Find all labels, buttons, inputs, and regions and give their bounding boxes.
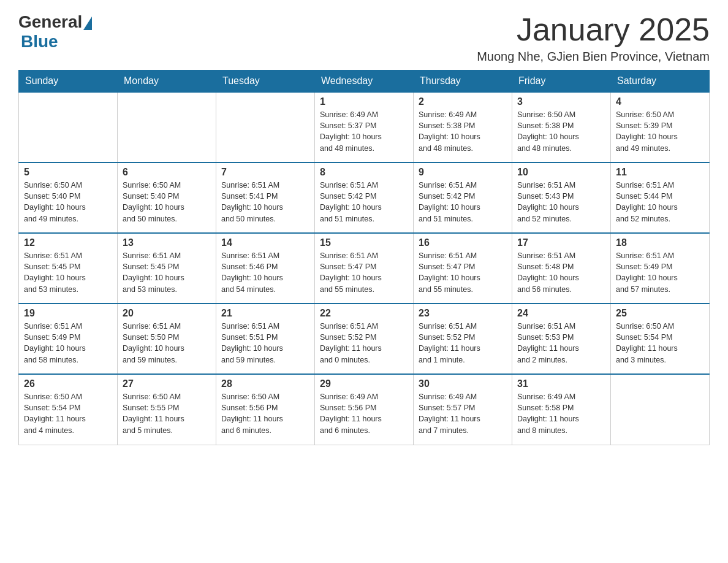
day-number: 21 (221, 308, 309, 319)
calendar-cell: 19Sunrise: 6:51 AM Sunset: 5:49 PM Dayli… (19, 304, 118, 374)
day-info: Sunrise: 6:49 AM Sunset: 5:37 PM Dayligh… (320, 109, 408, 154)
day-number: 5 (24, 167, 112, 178)
day-info: Sunrise: 6:51 AM Sunset: 5:49 PM Dayligh… (616, 250, 704, 295)
calendar-cell: 23Sunrise: 6:51 AM Sunset: 5:52 PM Dayli… (414, 304, 512, 374)
day-info: Sunrise: 6:51 AM Sunset: 5:49 PM Dayligh… (24, 321, 112, 366)
weekday-header-row: SundayMondayTuesdayWednesdayThursdayFrid… (19, 71, 710, 93)
day-number: 23 (419, 308, 507, 319)
day-info: Sunrise: 6:51 AM Sunset: 5:45 PM Dayligh… (123, 250, 211, 295)
calendar-cell: 14Sunrise: 6:51 AM Sunset: 5:46 PM Dayli… (216, 233, 315, 304)
day-number: 11 (616, 167, 704, 178)
weekday-header-monday: Monday (118, 71, 216, 93)
calendar-cell: 31Sunrise: 6:49 AM Sunset: 5:58 PM Dayli… (512, 374, 611, 445)
calendar-cell: 7Sunrise: 6:51 AM Sunset: 5:41 PM Daylig… (216, 163, 315, 233)
calendar-cell: 1Sunrise: 6:49 AM Sunset: 5:37 PM Daylig… (315, 92, 414, 163)
day-info: Sunrise: 6:49 AM Sunset: 5:38 PM Dayligh… (419, 109, 507, 154)
day-info: Sunrise: 6:50 AM Sunset: 5:54 PM Dayligh… (24, 391, 112, 436)
calendar-week-row: 26Sunrise: 6:50 AM Sunset: 5:54 PM Dayli… (19, 374, 710, 445)
day-number: 6 (123, 167, 211, 178)
calendar-cell: 2Sunrise: 6:49 AM Sunset: 5:38 PM Daylig… (414, 92, 512, 163)
calendar-cell (216, 92, 315, 163)
day-number: 27 (123, 378, 211, 389)
day-info: Sunrise: 6:49 AM Sunset: 5:57 PM Dayligh… (419, 391, 507, 436)
calendar-cell: 27Sunrise: 6:50 AM Sunset: 5:55 PM Dayli… (118, 374, 216, 445)
day-info: Sunrise: 6:50 AM Sunset: 5:40 PM Dayligh… (24, 180, 112, 224)
calendar-cell: 10Sunrise: 6:51 AM Sunset: 5:43 PM Dayli… (512, 163, 611, 233)
day-info: Sunrise: 6:51 AM Sunset: 5:50 PM Dayligh… (123, 321, 211, 366)
weekday-header-wednesday: Wednesday (315, 71, 414, 93)
calendar-cell: 25Sunrise: 6:50 AM Sunset: 5:54 PM Dayli… (611, 304, 710, 374)
day-number: 15 (320, 237, 408, 248)
day-number: 19 (24, 308, 112, 319)
logo-general-text: General (18, 12, 82, 32)
day-number: 16 (419, 237, 507, 248)
calendar-cell: 28Sunrise: 6:50 AM Sunset: 5:56 PM Dayli… (216, 374, 315, 445)
day-number: 30 (419, 378, 507, 389)
calendar-cell: 11Sunrise: 6:51 AM Sunset: 5:44 PM Dayli… (611, 163, 710, 233)
day-number: 31 (517, 378, 605, 389)
day-number: 4 (616, 96, 704, 107)
calendar-week-row: 5Sunrise: 6:50 AM Sunset: 5:40 PM Daylig… (19, 163, 710, 233)
day-number: 25 (616, 308, 704, 319)
day-info: Sunrise: 6:51 AM Sunset: 5:42 PM Dayligh… (320, 180, 408, 224)
calendar-cell: 13Sunrise: 6:51 AM Sunset: 5:45 PM Dayli… (118, 233, 216, 304)
day-info: Sunrise: 6:49 AM Sunset: 5:56 PM Dayligh… (320, 391, 408, 436)
day-info: Sunrise: 6:51 AM Sunset: 5:48 PM Dayligh… (517, 250, 605, 295)
day-number: 8 (320, 167, 408, 178)
calendar-cell: 9Sunrise: 6:51 AM Sunset: 5:42 PM Daylig… (414, 163, 512, 233)
day-number: 12 (24, 237, 112, 248)
weekday-header-saturday: Saturday (611, 71, 710, 93)
day-info: Sunrise: 6:51 AM Sunset: 5:43 PM Dayligh… (517, 180, 605, 224)
day-info: Sunrise: 6:51 AM Sunset: 5:44 PM Dayligh… (616, 180, 704, 224)
calendar-cell: 21Sunrise: 6:51 AM Sunset: 5:51 PM Dayli… (216, 304, 315, 374)
day-number: 9 (419, 167, 507, 178)
day-number: 13 (123, 237, 211, 248)
weekday-header-thursday: Thursday (414, 71, 512, 93)
day-number: 14 (221, 237, 309, 248)
calendar-table: SundayMondayTuesdayWednesdayThursdayFrid… (18, 70, 710, 445)
day-info: Sunrise: 6:51 AM Sunset: 5:46 PM Dayligh… (221, 250, 309, 295)
day-number: 28 (221, 378, 309, 389)
day-number: 17 (517, 237, 605, 248)
calendar-cell: 18Sunrise: 6:51 AM Sunset: 5:49 PM Dayli… (611, 233, 710, 304)
day-number: 18 (616, 237, 704, 248)
day-number: 26 (24, 378, 112, 389)
calendar-cell: 6Sunrise: 6:50 AM Sunset: 5:40 PM Daylig… (118, 163, 216, 233)
calendar-cell (19, 92, 118, 163)
day-info: Sunrise: 6:51 AM Sunset: 5:42 PM Dayligh… (419, 180, 507, 224)
day-number: 7 (221, 167, 309, 178)
calendar-week-row: 19Sunrise: 6:51 AM Sunset: 5:49 PM Dayli… (19, 304, 710, 374)
day-info: Sunrise: 6:51 AM Sunset: 5:52 PM Dayligh… (419, 321, 507, 366)
calendar-cell: 20Sunrise: 6:51 AM Sunset: 5:50 PM Dayli… (118, 304, 216, 374)
calendar-cell: 30Sunrise: 6:49 AM Sunset: 5:57 PM Dayli… (414, 374, 512, 445)
day-number: 1 (320, 96, 408, 107)
weekday-header-sunday: Sunday (19, 71, 118, 93)
page-header: General Blue January 2025 Muong Nhe, GJi… (18, 12, 710, 64)
calendar-cell (118, 92, 216, 163)
location-title: Muong Nhe, GJien Bien Province, Vietnam (477, 50, 710, 64)
day-info: Sunrise: 6:50 AM Sunset: 5:38 PM Dayligh… (517, 109, 605, 154)
day-info: Sunrise: 6:51 AM Sunset: 5:52 PM Dayligh… (320, 321, 408, 366)
calendar-cell: 29Sunrise: 6:49 AM Sunset: 5:56 PM Dayli… (315, 374, 414, 445)
day-info: Sunrise: 6:51 AM Sunset: 5:53 PM Dayligh… (517, 321, 605, 366)
calendar-cell: 16Sunrise: 6:51 AM Sunset: 5:47 PM Dayli… (414, 233, 512, 304)
day-info: Sunrise: 6:50 AM Sunset: 5:56 PM Dayligh… (221, 391, 309, 436)
weekday-header-tuesday: Tuesday (216, 71, 315, 93)
day-number: 24 (517, 308, 605, 319)
day-info: Sunrise: 6:51 AM Sunset: 5:47 PM Dayligh… (320, 250, 408, 295)
calendar-week-row: 12Sunrise: 6:51 AM Sunset: 5:45 PM Dayli… (19, 233, 710, 304)
day-number: 10 (517, 167, 605, 178)
calendar-cell: 17Sunrise: 6:51 AM Sunset: 5:48 PM Dayli… (512, 233, 611, 304)
calendar-cell: 5Sunrise: 6:50 AM Sunset: 5:40 PM Daylig… (19, 163, 118, 233)
day-info: Sunrise: 6:51 AM Sunset: 5:47 PM Dayligh… (419, 250, 507, 295)
day-info: Sunrise: 6:51 AM Sunset: 5:41 PM Dayligh… (221, 180, 309, 224)
day-number: 3 (517, 96, 605, 107)
day-number: 20 (123, 308, 211, 319)
calendar-cell: 15Sunrise: 6:51 AM Sunset: 5:47 PM Dayli… (315, 233, 414, 304)
logo: General Blue (18, 12, 93, 52)
logo-blue-text: Blue (21, 32, 58, 51)
day-number: 22 (320, 308, 408, 319)
day-number: 2 (419, 96, 507, 107)
day-info: Sunrise: 6:50 AM Sunset: 5:55 PM Dayligh… (123, 391, 211, 436)
day-info: Sunrise: 6:50 AM Sunset: 5:54 PM Dayligh… (616, 321, 704, 366)
